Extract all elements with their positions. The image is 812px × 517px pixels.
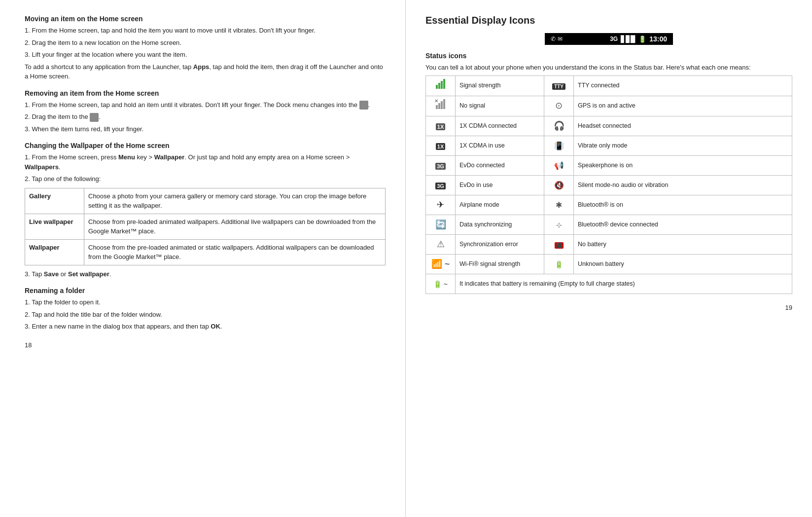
table-row-gallery: Gallery Choose a photo from your camera …: [25, 188, 386, 214]
sync-label: Data synchronizing: [456, 215, 544, 234]
table-row-wallpaper: Wallpaper Choose from the pre-loaded ani…: [25, 239, 386, 265]
right-page-number: 19: [785, 304, 792, 311]
vibrate-label: Vibrate only mode: [574, 136, 792, 155]
bluetooth-icon: ✱: [544, 195, 574, 215]
status-bar-left-icons: ✆ ✉: [551, 36, 563, 42]
gallery-label: Gallery: [25, 188, 84, 214]
evdo-icon: 3G: [426, 155, 456, 175]
evdo-label: EvDo connected: [456, 155, 544, 175]
table-row: 🔋 ~ It indicates that battery is remaini…: [426, 274, 792, 294]
wallpaper-table: Gallery Choose a photo from your camera …: [25, 188, 386, 265]
rename-step-1: 1. Tap the folder to open it.: [25, 297, 386, 307]
silent-icon: 🔇: [544, 175, 574, 195]
no-battery-icon: ⬛: [544, 234, 574, 254]
status-battery-icon: 🔋: [638, 36, 646, 43]
heading-moving: Moving an item on the Home screen: [25, 15, 386, 23]
gallery-desc: Choose a photo from your camera gallery …: [84, 188, 386, 214]
wallpaper-step-1: 1. From the Home screen, press Menu key …: [25, 152, 386, 172]
airplane-icon: ✈: [426, 195, 456, 215]
table-row: 🔄 Data synchronizing ⊹ Bluetooth® device…: [426, 215, 792, 234]
rename-step-3: 3. Enter a new name in the dialog box th…: [25, 322, 386, 332]
table-row-live: Live wallpaper Choose from pre-loaded an…: [25, 214, 386, 239]
right-footer: 19: [425, 304, 792, 311]
tty-label: TTY connected: [574, 75, 792, 96]
signal-strength-label: Signal strength: [456, 75, 544, 96]
table-row: 📶 ~ Wi-Fi® signal strength 🔋 Unknown bat…: [426, 254, 792, 274]
status-3g-icon: 3G: [610, 36, 618, 42]
status-icons-heading: Status icons: [425, 52, 792, 60]
airplane-label: Airplane mode: [456, 195, 544, 215]
status-msg-icon: ✉: [558, 36, 563, 42]
sync-icon: 🔄: [426, 215, 456, 234]
no-signal-label: No signal: [456, 96, 544, 116]
live-desc: Choose from pre-loaded animated wallpape…: [84, 214, 386, 239]
wifi-icon: 📶 ~: [426, 254, 456, 274]
left-footer: 18: [25, 341, 386, 349]
bluetooth-label: Bluetooth® is on: [574, 195, 792, 215]
status-phone-icon: ✆: [551, 36, 556, 42]
status-bar-right-icons: 3G ▋▊▉ 🔋 13:00: [610, 35, 667, 43]
status-icons-description: You can tell a lot about your phone when…: [425, 63, 792, 73]
evdo-use-icon: 3G: [426, 175, 456, 195]
live-label: Live wallpaper: [25, 214, 84, 239]
heading-renaming: Renaming a folder: [25, 287, 386, 295]
bt-connected-label: Bluetooth® device connected: [574, 215, 792, 234]
wallpaper-step-2: 2. Tap one of the following:: [25, 174, 386, 184]
status-bar-demo: ✆ ✉ 3G ▋▊▉ 🔋 13:00: [425, 33, 792, 45]
battery-anim-icon: 🔋 ~: [426, 274, 456, 294]
1x-cdma-icon: 1X: [426, 116, 456, 136]
1x-cdma-use-icon: 1X: [426, 136, 456, 155]
move-step-1: 1. From the Home screen, tap and hold th…: [25, 26, 386, 36]
table-row: 1X 1X CDMA connected 🎧 Headset connected: [426, 116, 792, 136]
sync-error-label: Synchronization error: [456, 234, 544, 254]
table-row: 3G EvDo connected 📢 Speakerphone is on: [426, 155, 792, 175]
rename-step-2: 2. Tap and hold the title bar of the fol…: [25, 310, 386, 320]
table-row: ✈ Airplane mode ✱ Bluetooth® is on: [426, 195, 792, 215]
remove-step-3: 3. When the item turns red, lift your fi…: [25, 124, 386, 134]
heading-removing: Removing an item from the Home screen: [25, 89, 386, 97]
status-time: 13:00: [649, 35, 667, 43]
gps-label: GPS is on and active: [574, 96, 792, 116]
1x-cdma-use-label: 1X CDMA in use: [456, 136, 544, 155]
left-page: Moving an item on the Home screen 1. Fro…: [0, 0, 406, 517]
headset-label: Headset connected: [574, 116, 792, 136]
icons-table: Signal strength TTY TTY connected ✕ No s…: [425, 75, 792, 294]
bt-connected-icon: ⊹: [544, 215, 574, 234]
move-step-3: 3. Lift your finger at the location wher…: [25, 50, 386, 60]
speaker-icon: 📢: [544, 155, 574, 175]
left-page-number: 18: [25, 341, 32, 349]
gps-icon: ⊙: [544, 96, 574, 116]
table-row: ✕ No signal ⊙ GPS is on and active: [426, 96, 792, 116]
wallpaper-desc: Choose from the pre-loaded animated or s…: [84, 239, 386, 265]
wallpaper-label: Wallpaper: [25, 239, 84, 265]
remove-step-1: 1. From the Home screen, tap and hold an…: [25, 100, 386, 110]
wifi-label: Wi-Fi® signal strength: [456, 254, 544, 274]
status-bar-mock: ✆ ✉ 3G ▋▊▉ 🔋 13:00: [545, 33, 673, 45]
speakerphone-label: Speakerphone is on: [574, 155, 792, 175]
signal-bars-icon: [426, 75, 456, 96]
table-row: Signal strength TTY TTY connected: [426, 75, 792, 96]
evdo-use-label: EvDo in use: [456, 175, 544, 195]
remove-step-2: 2. Drag the item to the .: [25, 112, 386, 122]
status-signal-icon: ▋▊▉: [621, 36, 635, 43]
no-battery-label: No battery: [574, 234, 792, 254]
sync-error-icon: ⚠: [426, 234, 456, 254]
vibrate-icon: 📳: [544, 136, 574, 155]
no-signal-icon: ✕: [426, 96, 456, 116]
right-page-title: Essential Display Icons: [425, 15, 792, 26]
table-row: ⚠ Synchronization error ⬛ No battery: [426, 234, 792, 254]
unknown-battery-icon: 🔋: [544, 254, 574, 274]
silent-label: Silent mode-no audio or vibration: [574, 175, 792, 195]
1x-cdma-label: 1X CDMA connected: [456, 116, 544, 136]
table-row: 3G EvDo in use 🔇 Silent mode-no audio or…: [426, 175, 792, 195]
move-para: To add a shortcut to any application fro…: [25, 62, 386, 81]
wallpaper-step-3: 3. Tap Save or Set wallpaper.: [25, 269, 386, 279]
headset-icon: 🎧: [544, 116, 574, 136]
right-page: Essential Display Icons ✆ ✉ 3G ▋▊▉ 🔋 13:…: [406, 0, 812, 517]
unknown-battery-label: Unknown battery: [574, 254, 792, 274]
tty-icon: TTY: [544, 75, 574, 96]
heading-wallpaper: Changing the Wallpaper of the Home scree…: [25, 142, 386, 149]
battery-anim-label: It indicates that battery is remaining (…: [456, 274, 792, 294]
move-step-2: 2. Drag the item to a new location on th…: [25, 38, 386, 48]
table-row: 1X 1X CDMA in use 📳 Vibrate only mode: [426, 136, 792, 155]
